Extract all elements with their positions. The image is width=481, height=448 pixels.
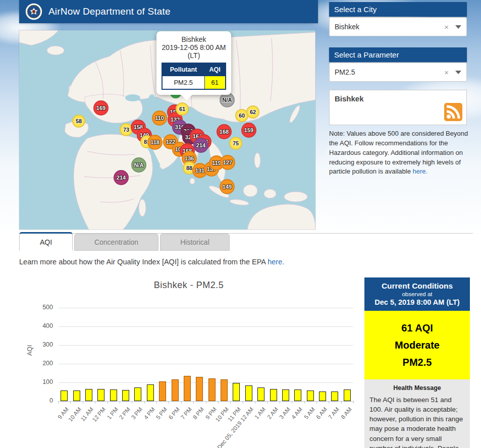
x-tick-mark [193, 401, 194, 404]
city-chevron-down-icon[interactable] [455, 25, 461, 29]
bar-5-am[interactable] [307, 390, 314, 401]
y-tick-label-200: 200 [36, 360, 53, 367]
bar-8-pm[interactable] [196, 377, 203, 401]
tooltip-pollutant-header: Pollutant [162, 63, 204, 76]
bar-12-pm[interactable] [97, 389, 104, 401]
rss-icon[interactable] [444, 103, 462, 121]
aqi-map-marker-62[interactable]: 62 [246, 105, 259, 119]
x-tick-mark [108, 401, 108, 404]
bar-6-pm[interactable] [172, 379, 179, 401]
bar-10-am[interactable] [73, 390, 80, 401]
tooltip-city: Bishkek [162, 35, 226, 43]
aqi-map-marker-118[interactable]: 118 [147, 135, 163, 150]
x-tick-mark [316, 401, 317, 404]
y-axis-label: AQI [26, 345, 33, 356]
airnow-page: AirNow Department of State [0, 0, 481, 448]
x-tick-mark [243, 401, 243, 404]
aqi-map-marker-214[interactable]: 214 [193, 138, 208, 153]
x-tick-mark [169, 401, 169, 404]
gridline-400 [58, 326, 353, 327]
tab-aqi[interactable]: AQI [19, 232, 73, 251]
current-conditions-panel: Current Conditions observed at Dec 5, 20… [364, 277, 470, 448]
aqi-summary-box: 61 AQI Moderate PM2.5 [364, 311, 470, 379]
bar-11-pm[interactable] [233, 383, 240, 401]
city-select[interactable]: Bishkek × [329, 17, 467, 36]
bar-2-pm[interactable] [122, 390, 129, 401]
y-tick-label-100: 100 [36, 378, 53, 385]
x-tick-mark [206, 401, 206, 404]
department-of-state-seal-icon [25, 3, 42, 20]
bar-4-pm[interactable] [147, 384, 154, 401]
aqi-map-marker-110[interactable]: 110 [152, 110, 167, 126]
aqi-value: 61 AQI [366, 319, 468, 337]
tooltip-datetime: 2019-12-05 8:00 AM (LT) [162, 43, 226, 60]
aqi-map-marker-75[interactable]: 75 [229, 137, 242, 150]
tab-bar: AQIConcentrationHistorical [19, 234, 230, 251]
parameter-select[interactable]: PM2.5 × [329, 63, 467, 82]
aqi-map-marker-159[interactable]: 159 [241, 123, 256, 138]
bar-7-am[interactable] [331, 391, 338, 401]
aqi-map-marker-214[interactable]: 214 [114, 170, 129, 185]
tooltip-pollutant-value: PM2.5 [162, 76, 204, 90]
beyond-aqi-note: Note: Values above 500 are considered Be… [329, 129, 474, 177]
observed-datetime: Dec 5, 2019 8:00 AM (LT) [367, 298, 467, 306]
tab-historical[interactable]: Historical [160, 234, 230, 251]
city-select-value: Bishkek [335, 23, 440, 31]
bar-2-am[interactable] [270, 389, 277, 401]
x-tick-mark [83, 401, 83, 404]
bar-9-am[interactable] [61, 390, 68, 401]
bar-3-am[interactable] [282, 389, 289, 401]
aqi-map-marker-169[interactable]: 169 [93, 100, 109, 116]
x-tick-mark [353, 401, 354, 404]
tooltip-aqi-value: 61 [204, 76, 226, 90]
tooltip-aqi-header: AQI [204, 63, 226, 76]
gridline-100 [58, 382, 353, 383]
note-here-link[interactable]: here. [413, 167, 428, 175]
aqi-map-marker-na[interactable]: N/A [131, 157, 146, 173]
x-tick-mark [70, 401, 71, 404]
gridline-500 [58, 308, 353, 308]
aqi-map-marker-149[interactable]: 149 [220, 179, 235, 194]
bar-5-pm[interactable] [159, 381, 166, 401]
app-title: AirNow Department of State [48, 6, 171, 17]
parameter-clear-icon[interactable]: × [440, 68, 453, 77]
bar-3-pm[interactable] [134, 387, 141, 401]
x-tick-mark [144, 401, 145, 404]
x-tick-mark [267, 401, 268, 404]
parameter-select-header: Select a Parameter [329, 47, 467, 62]
rss-feed-box: Bishkek [329, 90, 467, 125]
world-map[interactable]: 1695873158149811181101521323162883281641… [19, 30, 315, 230]
chart-title: Bishkek - PM2.5 [19, 280, 358, 291]
y-tick-label-400: 400 [36, 322, 53, 329]
bar-6-am[interactable] [319, 391, 326, 401]
aqi-map-marker-168[interactable]: 168 [217, 124, 232, 139]
x-tick-mark [156, 401, 157, 404]
x-tick-mark [181, 401, 182, 404]
learn-more-label: Learn more about how the Air Quality Ind… [19, 258, 265, 266]
bar-4-am[interactable] [294, 389, 301, 401]
bar-11-am[interactable] [85, 389, 92, 401]
health-message-text: The AQI is between 51 and 100. Air quali… [369, 395, 465, 448]
bar-9-pm[interactable] [208, 378, 216, 401]
bar-1-pm[interactable] [110, 389, 117, 401]
bar-7-pm[interactable] [184, 376, 191, 401]
aqi-map-marker-58[interactable]: 58 [72, 115, 85, 128]
parameter-chevron-down-icon[interactable] [455, 71, 461, 74]
bar-1-am[interactable] [257, 387, 264, 401]
city-clear-icon[interactable]: × [440, 23, 453, 31]
bar-10-pm[interactable] [221, 379, 228, 401]
tab-concentration[interactable]: Concentration [74, 234, 158, 251]
bar-8-am[interactable] [344, 389, 351, 401]
aqi-map-marker-61[interactable]: 61 [176, 102, 189, 116]
x-tick-mark [292, 401, 292, 404]
bar-dec-05-2019-12-am[interactable] [245, 385, 252, 401]
parameter-select-panel: Select a Parameter PM2.5 × [329, 47, 467, 82]
learn-more-here-link[interactable]: here. [268, 258, 284, 266]
tooltip-table: Pollutant AQI PM2.5 61 [162, 63, 226, 90]
aqi-map-marker-127[interactable]: 127 [220, 155, 235, 170]
x-tick-mark [120, 401, 120, 404]
x-tick-mark [329, 401, 329, 404]
parameter-select-value: PM2.5 [335, 68, 440, 76]
gridline-300 [58, 345, 353, 346]
current-conditions-title: Current Conditions [367, 282, 467, 291]
